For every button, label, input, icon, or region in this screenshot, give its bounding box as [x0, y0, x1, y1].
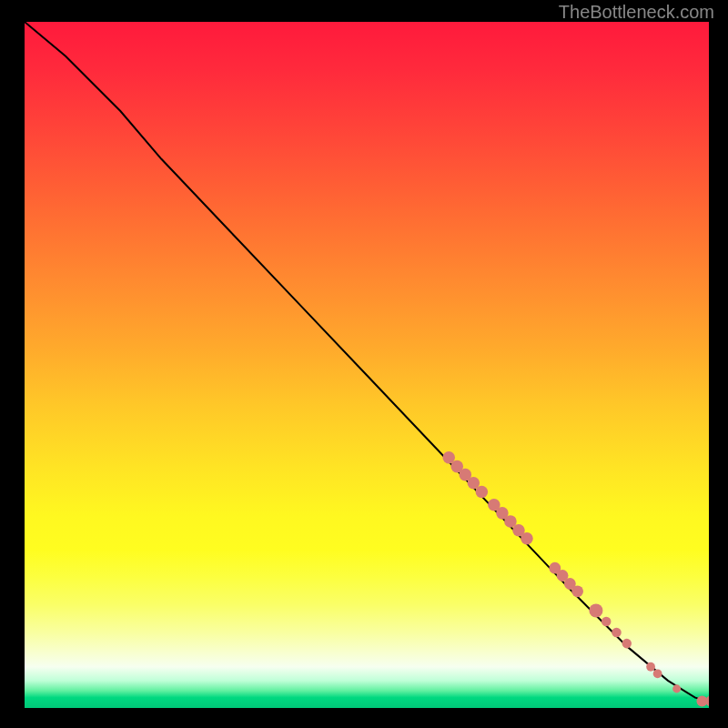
scatter-point — [622, 639, 632, 649]
scatter-point — [646, 662, 655, 672]
watermark-text: TheBottleneck.com — [559, 2, 714, 23]
scatter-point — [521, 532, 533, 545]
scatter-points — [442, 451, 709, 706]
chart-curve — [25, 22, 709, 701]
scatter-point — [705, 695, 709, 706]
plot-area — [25, 22, 709, 708]
scatter-point — [653, 669, 662, 678]
chart-svg — [25, 22, 709, 708]
scatter-point — [602, 617, 612, 627]
scatter-point — [571, 585, 583, 597]
scatter-point — [589, 603, 602, 617]
chart-container: TheBottleneck.com — [0, 0, 728, 728]
scatter-point — [612, 628, 622, 638]
scatter-point — [476, 486, 489, 499]
scatter-point — [672, 684, 681, 693]
